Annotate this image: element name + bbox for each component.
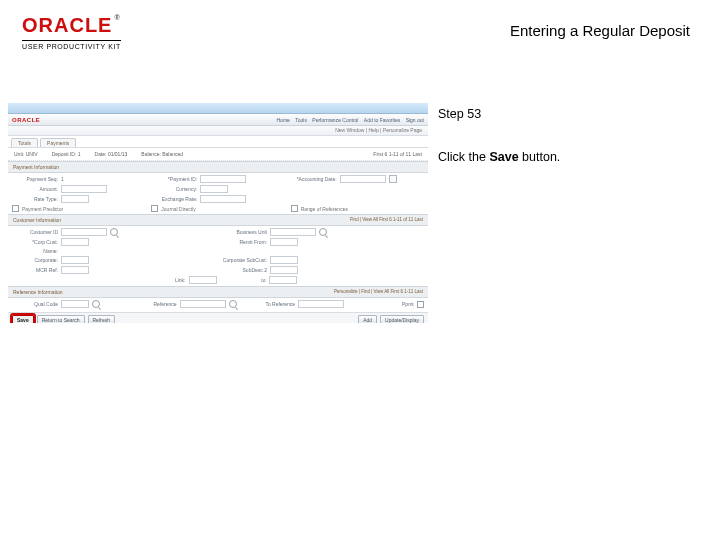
add-button[interactable]: Add [358,315,377,323]
to-reference-input[interactable] [298,300,344,308]
instruction-panel: Step 53 Click the Save button. [438,105,560,167]
payment-info-header: Payment Information [8,161,428,173]
step-text: Click the Save button. [438,148,560,167]
upk-subtitle: USER PRODUCTIVITY KIT [22,40,121,50]
step-label: Step 53 [438,105,560,124]
remit-from-input[interactable] [270,238,298,246]
page-title: Entering a Regular Deposit [510,22,690,39]
subdesc2-input[interactable] [270,266,298,274]
calendar-icon[interactable] [389,175,397,183]
business-unit-input[interactable] [270,228,316,236]
tab-totals[interactable]: Totals [11,138,38,147]
summary-row: Unit: UNIV Deposit ID: 1 Date: 01/01/13 … [8,148,428,161]
app-screenshot: ORACLE Home Tools Performance Control Ad… [8,103,428,323]
mini-oracle-logo: ORACLE [12,117,40,123]
qual-code-input[interactable] [61,300,89,308]
lookup-icon[interactable] [92,300,100,308]
customer-id-input[interactable] [61,228,107,236]
link-input[interactable] [189,276,217,284]
top-links: Home Tools Performance Control Add to Fa… [273,117,425,123]
journal-directly-checkbox[interactable] [151,205,158,212]
reference-input[interactable] [180,300,226,308]
lookup-icon[interactable] [110,228,118,236]
sub-links: New Window | Help | Personalize Page [8,126,428,136]
breadcrumb-bar [8,103,428,114]
reference-info-header: Reference Information Personalize | Find… [8,286,428,298]
tab-payments[interactable]: Payments [40,138,76,147]
amount-input[interactable] [61,185,107,193]
lookup-icon[interactable] [229,300,237,308]
payment-id-input[interactable] [200,175,246,183]
oracle-logo: ORACLE® [22,14,121,36]
update-display-button[interactable]: Update/Display [380,315,424,323]
corp-cust-input[interactable] [61,238,89,246]
payment-predictor-checkbox[interactable] [12,205,19,212]
currency-input[interactable] [200,185,228,193]
link-to-input[interactable] [269,276,297,284]
ppmt-checkbox[interactable] [417,301,424,308]
corporate-subcust-input[interactable] [270,256,298,264]
corporate-input[interactable] [61,256,89,264]
accounting-date-input[interactable] [340,175,386,183]
return-to-search-button[interactable]: Return to Search [37,315,85,323]
exchange-rate-input[interactable] [200,195,246,203]
rate-type-input[interactable] [61,195,89,203]
customer-info-header: Customer Information Find | View All Fir… [8,214,428,226]
refresh-button[interactable]: Refresh [88,315,116,323]
mcr-ref-input[interactable] [61,266,89,274]
lookup-icon[interactable] [319,228,327,236]
save-button[interactable]: Save [12,315,34,323]
range-of-references-checkbox[interactable] [291,205,298,212]
